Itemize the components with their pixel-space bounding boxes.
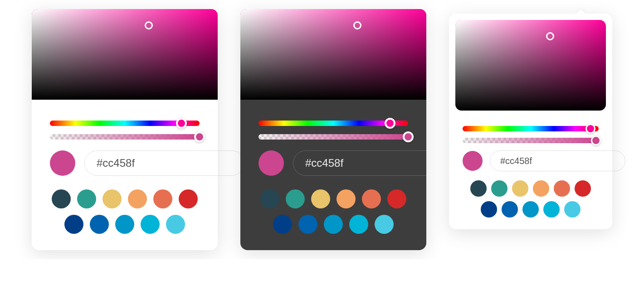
hue-thumb[interactable] xyxy=(385,118,395,129)
color-picker-light xyxy=(32,9,218,250)
palette-swatch-0[interactable] xyxy=(52,189,71,208)
alpha-fill xyxy=(259,134,408,140)
palette-swatch-3[interactable] xyxy=(337,189,356,208)
palette-swatch-7[interactable] xyxy=(502,201,518,218)
alpha-fill xyxy=(50,134,200,140)
palette-swatch-8[interactable] xyxy=(522,201,539,218)
palette-swatch-9[interactable] xyxy=(349,215,368,234)
hue-thumb[interactable] xyxy=(585,124,595,134)
value-row xyxy=(463,150,599,171)
alpha-fill xyxy=(463,138,599,143)
palette-swatch-5[interactable] xyxy=(387,189,406,208)
palette-swatch-9[interactable] xyxy=(141,215,160,234)
picker-body xyxy=(240,100,426,250)
sv-cursor[interactable] xyxy=(353,21,361,29)
palette-swatch-1[interactable] xyxy=(77,189,96,208)
hue-thumb[interactable] xyxy=(176,118,187,129)
sv-cursor[interactable] xyxy=(145,21,153,29)
hex-input[interactable] xyxy=(490,150,625,171)
sv-black-layer xyxy=(32,9,218,100)
alpha-track xyxy=(463,138,599,143)
alpha-slider[interactable] xyxy=(259,134,408,140)
value-row xyxy=(259,150,408,176)
palette-swatch-2[interactable] xyxy=(311,189,330,208)
sv-cursor[interactable] xyxy=(546,32,554,40)
palette-swatch-7[interactable] xyxy=(90,215,109,234)
palette-swatch-4[interactable] xyxy=(153,189,172,208)
hue-slider[interactable] xyxy=(463,126,599,131)
current-color-swatch xyxy=(259,150,284,176)
saturation-value-area[interactable] xyxy=(240,9,426,100)
alpha-slider[interactable] xyxy=(463,138,599,143)
palette-swatch-4[interactable] xyxy=(362,189,381,208)
palette-swatch-1[interactable] xyxy=(491,180,507,197)
palette-swatch-10[interactable] xyxy=(166,215,185,234)
sv-black-layer xyxy=(455,20,606,111)
picker-body xyxy=(449,117,612,229)
preset-palette xyxy=(463,180,599,218)
palette-swatch-4[interactable] xyxy=(554,180,570,197)
palette-swatch-8[interactable] xyxy=(115,215,134,234)
hue-slider[interactable] xyxy=(50,121,200,126)
current-color-swatch xyxy=(463,151,483,171)
alpha-track xyxy=(50,134,200,140)
palette-swatch-3[interactable] xyxy=(533,180,549,197)
palette-swatch-0[interactable] xyxy=(260,189,279,208)
palette-swatch-3[interactable] xyxy=(128,189,147,208)
palette-swatch-5[interactable] xyxy=(179,189,198,208)
palette-swatch-10[interactable] xyxy=(375,215,394,234)
palette-swatch-0[interactable] xyxy=(470,180,487,197)
hue-slider[interactable] xyxy=(259,121,408,126)
palette-swatch-6[interactable] xyxy=(64,215,83,234)
alpha-thumb[interactable] xyxy=(403,131,414,142)
palette-swatch-2[interactable] xyxy=(102,189,122,208)
palette-swatch-7[interactable] xyxy=(298,215,317,234)
palette-swatch-6[interactable] xyxy=(273,215,292,234)
preset-palette xyxy=(50,189,200,234)
palette-swatch-2[interactable] xyxy=(512,180,528,197)
hue-track xyxy=(463,126,599,131)
alpha-slider[interactable] xyxy=(50,134,200,140)
saturation-value-area[interactable] xyxy=(32,9,218,100)
palette-swatch-6[interactable] xyxy=(481,201,497,218)
saturation-value-area[interactable] xyxy=(455,20,606,111)
preset-palette xyxy=(259,189,408,234)
sv-black-layer xyxy=(240,9,426,100)
value-row xyxy=(50,150,200,176)
palette-swatch-10[interactable] xyxy=(564,201,581,218)
alpha-thumb[interactable] xyxy=(591,135,601,145)
color-picker-popover xyxy=(449,14,612,229)
palette-swatch-5[interactable] xyxy=(575,180,591,197)
picker-body xyxy=(32,100,218,250)
palette-swatch-8[interactable] xyxy=(324,215,343,234)
alpha-thumb[interactable] xyxy=(194,131,205,142)
color-picker-dark xyxy=(240,9,426,250)
palette-swatch-1[interactable] xyxy=(286,189,305,208)
alpha-track xyxy=(259,134,408,140)
hex-input[interactable] xyxy=(84,150,244,176)
palette-swatch-9[interactable] xyxy=(543,201,560,218)
current-color-swatch xyxy=(50,150,75,176)
hex-input[interactable] xyxy=(293,150,453,176)
